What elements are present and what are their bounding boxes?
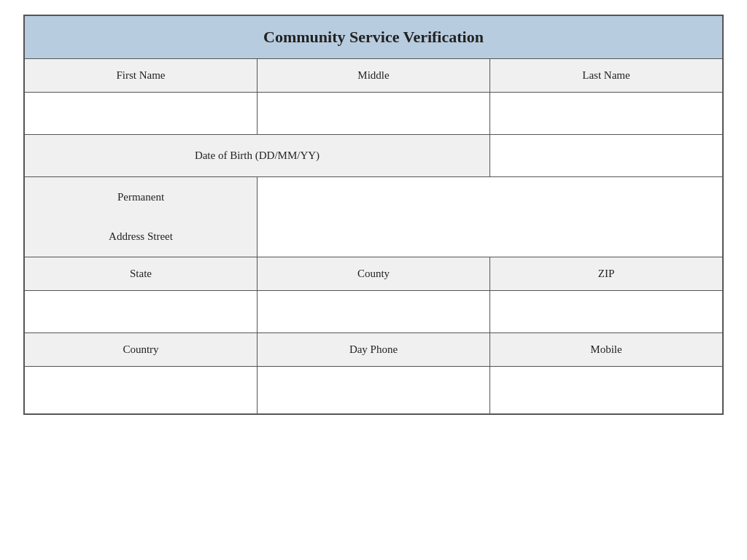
zip-label: ZIP (490, 257, 723, 291)
name-labels-row: First Name Middle Last Name (25, 59, 723, 93)
address-line2: Address Street (109, 230, 173, 242)
day-phone-input[interactable] (258, 367, 490, 414)
dob-input[interactable] (490, 135, 723, 177)
form-table: Community Service Verification First Nam… (24, 15, 723, 414)
middle-input[interactable] (258, 93, 490, 135)
mobile-input[interactable] (490, 367, 723, 414)
last-name-input[interactable] (490, 93, 723, 135)
form-title: Community Service Verification (263, 28, 484, 46)
middle-label: Middle (258, 59, 490, 93)
address-input[interactable] (258, 177, 723, 257)
state-label: State (25, 257, 258, 291)
dob-label: Date of Birth (DD/MM/YY) (25, 135, 490, 177)
day-phone-label: Day Phone (258, 333, 490, 367)
form-container: Community Service Verification First Nam… (23, 15, 724, 415)
country-label: Country (25, 333, 258, 367)
county-label: County (258, 257, 490, 291)
address-label: Permanent Address Street (25, 177, 258, 257)
county-input[interactable] (258, 291, 490, 333)
state-county-zip-labels-row: State County ZIP (25, 257, 723, 291)
first-name-label: First Name (25, 59, 258, 93)
dob-row: Date of Birth (DD/MM/YY) (25, 135, 723, 177)
state-county-zip-inputs-row (25, 291, 723, 333)
header-row: Community Service Verification (25, 16, 723, 59)
form-header: Community Service Verification (25, 16, 723, 59)
zip-input[interactable] (490, 291, 723, 333)
address-row: Permanent Address Street (25, 177, 723, 257)
state-input[interactable] (25, 291, 258, 333)
last-name-label: Last Name (490, 59, 723, 93)
country-phone-labels-row: Country Day Phone Mobile (25, 333, 723, 367)
country-input[interactable] (25, 367, 258, 414)
address-line1: Permanent (117, 191, 164, 203)
mobile-label: Mobile (490, 333, 723, 367)
country-phone-inputs-row (25, 367, 723, 414)
name-inputs-row (25, 93, 723, 135)
first-name-input[interactable] (25, 93, 258, 135)
